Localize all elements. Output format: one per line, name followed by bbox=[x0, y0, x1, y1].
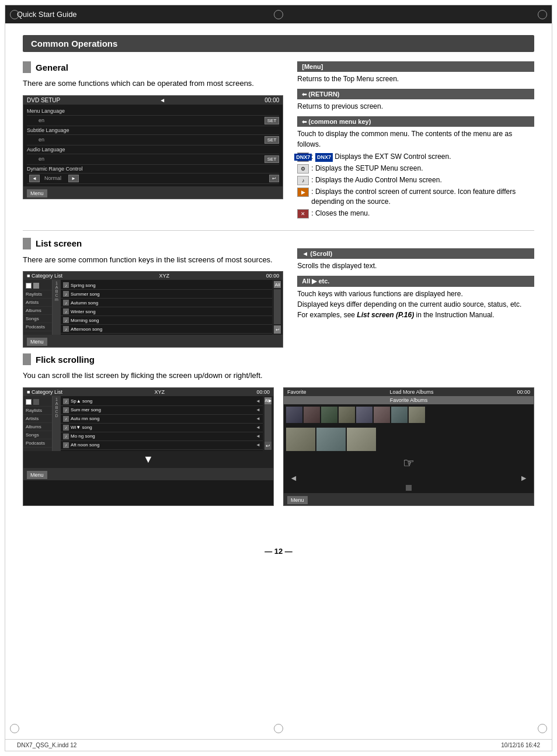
fav-hand-icon: ☞ bbox=[284, 453, 534, 473]
scroll-item-text: Scrolls the displayed text. bbox=[297, 261, 534, 271]
flick-sidebar-podcasts[interactable]: Podcasts bbox=[23, 439, 52, 448]
list-item-summer[interactable]: ♪ Summer song bbox=[61, 290, 272, 299]
icon-row-dnx7: DNX7 : DNX7 Displays the EXT SW Control … bbox=[297, 152, 534, 162]
flick-description: You can scroll the list screen by flicki… bbox=[23, 370, 534, 382]
scroll-item-bar: ◄ (Scroll) bbox=[297, 248, 534, 259]
fav-menu-btn[interactable]: Menu bbox=[287, 496, 308, 504]
fav-thumb-8 bbox=[409, 407, 425, 423]
list-sidebar: Raylists Artists Albums Songs Podcasts bbox=[23, 280, 53, 335]
flick-item-3[interactable]: ♪ Autu mn song ◄ bbox=[61, 415, 263, 424]
flick-sidebar: Raylists Artists Albums Songs Podcasts bbox=[23, 396, 53, 451]
general-header: General bbox=[23, 61, 283, 73]
fav-thumb-11 bbox=[347, 428, 376, 451]
fav-thumb-3 bbox=[321, 407, 337, 423]
menu-item-text: Returns to the Top Menu screen. bbox=[297, 74, 534, 84]
sidebar-item-albums[interactable]: Albums bbox=[23, 307, 52, 315]
return-item: ⬅ (RETURN) Returns to previous screen. bbox=[297, 89, 534, 112]
dynamic-next-btn[interactable]: ► bbox=[68, 175, 79, 182]
sidebar-item-artists[interactable]: Artists bbox=[23, 299, 52, 307]
fav-thumb-9 bbox=[286, 428, 315, 451]
list-scroll-area: All ↩ bbox=[272, 280, 283, 335]
list-item-morning[interactable]: ♪ Morning song bbox=[61, 316, 272, 325]
fav-time: 00:00 bbox=[517, 389, 530, 395]
list-left: List screen There are some common functi… bbox=[23, 238, 283, 354]
flick-item-5[interactable]: ♪ Mo ng song ◄ bbox=[61, 432, 263, 441]
flick-back-btn[interactable]: ↩ bbox=[264, 442, 271, 450]
list-footer: Menu bbox=[23, 335, 283, 347]
general-left: General There are some functions which c… bbox=[23, 61, 283, 223]
list-alpha-bar: 1 A B C m bbox=[53, 280, 61, 335]
audio-icon: ♪ bbox=[297, 176, 309, 185]
common-menu-icon: ⬅ bbox=[302, 119, 307, 125]
fav-thumb-1 bbox=[286, 407, 302, 423]
list-item-afternoon[interactable]: ♪ Afternoon song bbox=[61, 325, 272, 334]
note-icon: ♪ bbox=[63, 300, 69, 306]
list-menu-btn[interactable]: Menu bbox=[27, 338, 47, 346]
return-icon: ⬅ bbox=[302, 91, 307, 98]
set-btn-3[interactable]: SET bbox=[264, 155, 280, 163]
close-icon: ✕ bbox=[297, 209, 309, 219]
dynamic-prev-btn[interactable]: ◄ bbox=[29, 175, 40, 182]
dynamic-back-btn[interactable]: ↩ bbox=[269, 175, 279, 182]
divider-1 bbox=[23, 230, 534, 231]
flick-sidebar-albums[interactable]: Albums bbox=[23, 423, 52, 431]
dvd-setup-content: Menu Language en SET Subtitle Language e… bbox=[23, 105, 283, 186]
flick-menu-btn[interactable]: Menu bbox=[27, 471, 47, 479]
flick-title: Flick scrolling bbox=[36, 355, 95, 365]
flick-item-1[interactable]: ♪ Sp▲ song ◄ bbox=[61, 397, 263, 406]
flick-all-btn[interactable]: Al▶ bbox=[264, 397, 271, 404]
fav-arrows: ◄ ► bbox=[284, 473, 534, 485]
common-menu-bar: ⬅ (common menu key) bbox=[297, 116, 534, 127]
mock-row-audio-lang: Audio Language bbox=[27, 145, 279, 154]
set-btn-1[interactable]: SET bbox=[264, 117, 280, 124]
general-color-block bbox=[23, 61, 31, 73]
flick-color-block bbox=[23, 353, 31, 365]
fav-albums-title: Favorite Albums bbox=[284, 396, 534, 404]
reg-mark-tl bbox=[10, 10, 19, 19]
flick-item-6[interactable]: ♪ Aft noon song ◄ bbox=[61, 441, 263, 450]
general-title: General bbox=[36, 63, 68, 72]
common-menu-item: ⬅ (common menu key) Touch to display the… bbox=[297, 116, 534, 219]
flick-scroll-thumb[interactable] bbox=[264, 404, 271, 442]
note-icon: ♪ bbox=[63, 326, 69, 332]
set-btn-2[interactable]: SET bbox=[264, 136, 280, 144]
mock-row-subtitle-lang: Subtitle Language bbox=[27, 126, 279, 135]
footer-right: 10/12/16 16:42 bbox=[501, 742, 540, 748]
flick-sidebar-songs[interactable]: Songs bbox=[23, 431, 52, 439]
flick-sidebar-artists[interactable]: Artists bbox=[23, 415, 52, 423]
all-btn[interactable]: All bbox=[274, 281, 281, 288]
list-xyz: XYZ bbox=[159, 273, 170, 279]
fav-load-more[interactable]: Load More Albums bbox=[389, 389, 433, 395]
note-icon: ♪ bbox=[63, 282, 69, 288]
flick-sidebar-raylists[interactable]: Raylists bbox=[23, 407, 52, 415]
flick-item-4[interactable]: ♪ Wi▼ song ◄ bbox=[61, 424, 263, 432]
general-section: General There are some functions which c… bbox=[23, 61, 534, 223]
flick-left-header: ■ Category List XYZ 00:00 bbox=[23, 388, 273, 396]
flick-item-2[interactable]: ♪ Sum mer song ◄ bbox=[61, 406, 263, 415]
arrow-left: ◄ bbox=[290, 473, 298, 483]
list-header: List screen bbox=[23, 238, 283, 249]
reg-mark-bl bbox=[10, 724, 19, 733]
footer-left: DNX7_QSG_K.indd 12 bbox=[17, 742, 76, 748]
list-color-block bbox=[23, 238, 31, 249]
note-icon: ♪ bbox=[63, 291, 69, 297]
back-btn[interactable]: ↩ bbox=[274, 325, 281, 334]
scroll-item: ◄ (Scroll) Scrolls the displayed text. bbox=[297, 248, 534, 271]
icon-row-close: ✕ : Closes the menu. bbox=[297, 209, 534, 219]
fav-thumb-10 bbox=[316, 428, 346, 451]
mock-row-dynamic: Dynamic Range Control bbox=[27, 165, 279, 174]
dvd-menu-btn[interactable]: Menu bbox=[27, 189, 47, 197]
list-item-autumn[interactable]: ♪ Autumn song bbox=[61, 299, 272, 307]
common-menu-text: Touch to display the common menu. The co… bbox=[297, 129, 534, 150]
fav-title: Favorite bbox=[287, 389, 307, 395]
sidebar-item-raylists[interactable]: Raylists bbox=[23, 290, 52, 299]
list-time: 00:00 bbox=[266, 273, 280, 279]
scroll-thumb[interactable] bbox=[274, 289, 281, 324]
list-item-winter[interactable]: ♪ Winter song bbox=[61, 307, 272, 316]
sidebar-item-podcasts[interactable]: Podcasts bbox=[23, 323, 52, 331]
list-mock-screen: ■ Category List XYZ 00:00 Raylists A bbox=[23, 271, 283, 348]
sidebar-item-checkbox bbox=[23, 282, 52, 290]
sidebar-item-songs[interactable]: Songs bbox=[23, 315, 52, 323]
list-item-spring[interactable]: ♪ Spring song bbox=[61, 281, 272, 290]
note-icon: ♪ bbox=[63, 308, 69, 314]
